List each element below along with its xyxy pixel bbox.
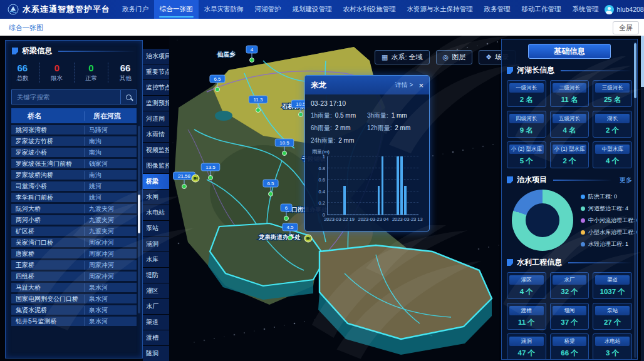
donut-legend: 防洪工程: 0河道整治工程: 4中小河流治理工程: 0小型水库治理工程: 0水毁… xyxy=(581,193,638,248)
engineering-title: 水利工程信息 xyxy=(517,257,562,268)
map-tool-水系: 全域[interactable]: ▦水系: 全域 xyxy=(375,50,430,64)
search-input[interactable] xyxy=(11,89,120,104)
popup-details-link[interactable]: 详情 > xyxy=(395,81,413,89)
nav-item-综合一张图[interactable]: 综合一张图 xyxy=(154,0,199,19)
nav-item-河湖管护[interactable]: 河湖管护 xyxy=(249,0,287,19)
cell-river-name: 马蹄河 xyxy=(84,126,137,135)
stat-value: 0 xyxy=(75,63,108,73)
layer-item-隧洞[interactable]: 隧洞 xyxy=(143,346,169,361)
chief-cell: 四级河长9 名 xyxy=(507,111,546,138)
table-row[interactable]: 王家桥周家冲河 xyxy=(11,260,137,270)
map-tool-图层[interactable]: ◎图层 xyxy=(436,50,473,64)
nav-item-规划建设管理[interactable]: 规划建设管理 xyxy=(287,0,338,19)
rain-metric: 6h雨量: 2 mm xyxy=(311,124,367,133)
fullscreen-button[interactable]: 全屏 xyxy=(613,21,639,34)
table-row[interactable]: 罗家坡张玉湾门前桥钱家河 xyxy=(11,159,137,168)
chief-cell: 五级河长4 名 xyxy=(550,111,589,138)
basic-info-button[interactable]: 基础信息 xyxy=(528,44,611,59)
engineering-cell-value: 37 个 xyxy=(553,318,587,327)
table-row[interactable]: 罗家坡小桥南沟 xyxy=(11,148,137,157)
table-row[interactable]: 李学科门前桥姚河 xyxy=(11,193,137,202)
cell-river-name: 泉水河 xyxy=(84,295,137,303)
table-row[interactable]: 罗家坡桥沟桥南沟 xyxy=(11,170,137,180)
layer-item-泵站[interactable]: 泵站 xyxy=(143,221,169,236)
nav-item-移动工作管理[interactable]: 移动工作管理 xyxy=(516,0,567,19)
section-divider xyxy=(561,70,632,71)
search-button[interactable] xyxy=(120,89,137,104)
layer-item-治水项目[interactable]: 治水项目 xyxy=(143,49,169,64)
nav-item-水旱灾害防御[interactable]: 水旱灾害防御 xyxy=(199,0,249,19)
cell-river-name: 泉水河 xyxy=(84,283,137,292)
engineering-cell: 水厂32 个 xyxy=(550,272,589,299)
chief-cell-value: 2 个 xyxy=(595,126,630,135)
chief-cell-label: 五级河长 xyxy=(553,114,587,123)
table-row[interactable]: 集贤水泥桥泉水河 xyxy=(11,305,137,315)
layer-item-渠道[interactable]: 渠道 xyxy=(143,315,169,330)
projects-more-link[interactable]: 更多 xyxy=(620,176,632,185)
table-row[interactable]: 司堂湾小桥姚河 xyxy=(11,181,137,191)
table-row[interactable]: 姚河张湾桥马蹄河 xyxy=(11,125,137,135)
layer-item-水厂[interactable]: 水厂 xyxy=(143,299,169,314)
table-row[interactable]: 阮河大桥九渡夹河 xyxy=(11,204,137,213)
legend-dot xyxy=(581,206,585,211)
nav-menu: 政务门户综合一张图水旱灾害防御河湖管护规划建设管理农村水利设施管理水资源与水土保… xyxy=(117,0,605,19)
layer-item-水电站[interactable]: 水电站 xyxy=(143,205,169,220)
table-row[interactable]: 钻井5号监测桥泉水河 xyxy=(11,317,137,326)
cell-bridge-name: 罗家坡方竹桥 xyxy=(11,137,84,146)
layer-item-河道闸[interactable]: 河道闸 xyxy=(143,111,169,126)
layer-item-渡槽[interactable]: 渡槽 xyxy=(143,330,169,345)
dashboard-root: { "app": { "title": "水系连通智慧管护平台" }, "nav… xyxy=(0,0,644,361)
legend-dot xyxy=(581,218,585,223)
legend-item: 防洪工程: 0 xyxy=(581,193,638,201)
legend-dot xyxy=(581,242,585,247)
layer-item-桥梁[interactable]: 桥梁 xyxy=(143,174,169,189)
layer-item-灌区[interactable]: 灌区 xyxy=(143,283,169,298)
marker-value: 6.5 xyxy=(214,76,221,82)
layer-item-水库[interactable]: 水库 xyxy=(143,252,169,267)
table-row[interactable]: 马趾大桥泉水河 xyxy=(11,283,137,292)
layer-item-堤防[interactable]: 堤防 xyxy=(143,268,169,283)
layer-item-图像监控[interactable]: 图像监控 xyxy=(143,158,169,173)
scene-icon: ❖ xyxy=(486,53,492,61)
nav-item-水资源与水土保持管理[interactable]: 水资源与水土保持管理 xyxy=(402,0,479,19)
cell-river-name: 九渡夹河 xyxy=(84,216,137,225)
table-row[interactable]: 吴家湾门口桥周家冲河 xyxy=(11,238,137,247)
breadcrumb[interactable]: 综合一张图 xyxy=(9,23,43,33)
layer-item-涵洞[interactable]: 涵洞 xyxy=(143,236,169,252)
layer-item-视频监控[interactable]: 视频监控 xyxy=(143,143,169,158)
chief-cell: 三级河长25 名 xyxy=(593,80,632,107)
nav-item-政务门户[interactable]: 政务门户 xyxy=(117,0,154,19)
nav-item-政务管理[interactable]: 政务管理 xyxy=(479,0,516,19)
table-row[interactable]: 罗家坡方竹桥南沟 xyxy=(11,136,137,146)
layer-item-水雨情[interactable]: 水雨情 xyxy=(143,127,169,142)
table-row[interactable]: 四组桥周家冲河 xyxy=(11,272,137,281)
user-avatar xyxy=(605,5,614,14)
map-pin-icon xyxy=(283,151,287,156)
layer-item-重要节点[interactable]: 重要节点 xyxy=(143,64,169,79)
town-label: 龙泉街道办事处 xyxy=(258,233,301,240)
cell-bridge-name: 司堂湾小桥 xyxy=(11,182,84,191)
page-scrollbar[interactable] xyxy=(641,36,644,361)
engineering-cell-label: 水电站 xyxy=(595,337,630,346)
layer-item-水闸[interactable]: 水闸 xyxy=(143,190,169,205)
engineering-cell-value: 4 个 xyxy=(509,287,544,297)
map-pin-icon xyxy=(269,192,273,196)
table-row[interactable]: 矿区桥九渡夹河 xyxy=(11,226,137,236)
layer-item-监测预报[interactable]: 监测预报 xyxy=(143,96,169,111)
close-icon[interactable]: × xyxy=(418,81,423,89)
table-row[interactable]: 唐家桥周家冲河 xyxy=(11,249,137,258)
gridline: 0.6 xyxy=(328,179,418,180)
table-row[interactable]: 两河小桥九渡夹河 xyxy=(11,215,137,225)
engineering-cell: 渠道1037 个 xyxy=(593,272,632,299)
table-scrollbar[interactable] xyxy=(138,126,140,313)
table-row[interactable]: 国家电网荆变公门口桥泉水河 xyxy=(11,294,137,303)
marker-value: 10.5 xyxy=(279,140,289,146)
chief-cell: 中型水库4 个 xyxy=(593,141,632,168)
user-menu[interactable]: hlub42080261 xyxy=(605,5,644,14)
layer-item-监控节点[interactable]: 监控节点 xyxy=(143,80,169,95)
layer-menu: 治水项目重要节点监控节点监测预报河道闸水雨情视频监控图像监控桥梁水闸水电站泵站涵… xyxy=(143,49,169,361)
panel-scrollbar[interactable] xyxy=(634,42,636,358)
nav-item-农村水利设施管理[interactable]: 农村水利设施管理 xyxy=(338,0,402,19)
rain-metric: 12h雨量: 2 mm xyxy=(367,124,423,133)
nav-item-系统管理[interactable]: 系统管理 xyxy=(567,0,605,19)
